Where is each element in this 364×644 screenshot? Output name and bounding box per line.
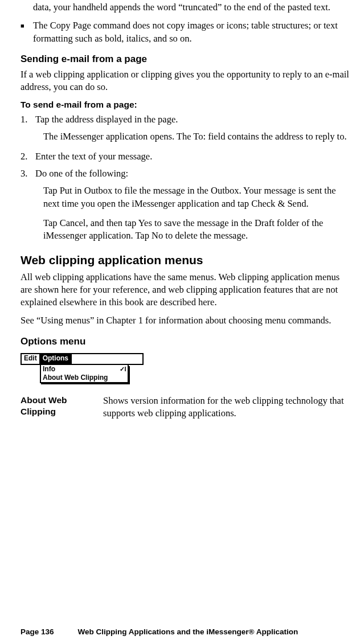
heading-send-steps: To send e-mail from a page: (21, 99, 349, 111)
heading-options-menu: Options menu (21, 335, 349, 348)
definition-description: Shows version information for the web cl… (103, 395, 349, 420)
menus-paragraph-2: See “Using menus” in Chapter 1 for infor… (21, 314, 349, 327)
square-bullet-icon: ■ (21, 19, 33, 32)
send-intro: If a web clipping application or clippin… (21, 68, 349, 94)
step-text: Do one of the following: (35, 167, 349, 180)
menu-bar-filler (72, 354, 142, 364)
page: data, your handheld appends the word “tr… (0, 0, 364, 644)
step-2: 2. Enter the text of your message. (21, 150, 349, 163)
step-1-detail: The iMessenger application opens. The To… (43, 130, 349, 143)
step-number: 1. (21, 113, 35, 126)
step-3-option-a: Tap Put in Outbox to file the message in… (43, 184, 349, 210)
menus-paragraph-1: All web clipping applications have the s… (21, 271, 349, 309)
bullet-text: The Copy Page command does not copy imag… (33, 19, 349, 45)
step-text: Enter the text of your message. (35, 150, 349, 163)
page-footer: Page 136 Web Clipping Applications and t… (0, 627, 364, 637)
menu-item-about-web-clipping[interactable]: About Web Clipping (41, 374, 128, 382)
menu-bar: Edit Options (21, 353, 144, 365)
menu-item-shortcut: ✓I (120, 365, 126, 374)
step-number: 3. (21, 167, 35, 180)
step-number: 2. (21, 150, 35, 163)
heading-web-clipping-menus: Web clipping application menus (21, 252, 349, 268)
step-3: 3. Do one of the following: (21, 167, 349, 180)
menu-popup: Info ✓I About Web Clipping (40, 365, 129, 383)
heading-sending-email: Sending e-mail from a page (21, 53, 349, 66)
bullet-item: ■ The Copy Page command does not copy im… (21, 19, 349, 45)
definition-row: About Web Clipping Shows version informa… (21, 395, 349, 420)
menu-item-label: About Web Clipping (43, 374, 108, 382)
footer-chapter-title: Web Clipping Applications and the iMesse… (78, 627, 349, 637)
menu-screenshot: Edit Options Info ✓I About Web Clipping (21, 353, 144, 383)
menu-item-info[interactable]: Info ✓I (41, 365, 128, 374)
menu-tab-options[interactable]: Options (40, 354, 72, 364)
menu-item-label: Info (43, 365, 55, 374)
footer-page-number: Page 136 (21, 627, 54, 637)
continued-paragraph: data, your handheld appends the word “tr… (33, 1, 349, 14)
definition-term: About Web Clipping (21, 395, 103, 417)
step-1: 1. Tap the address displayed in the page… (21, 113, 349, 126)
menu-tab-edit[interactable]: Edit (22, 354, 40, 364)
page-content: data, your handheld appends the word “tr… (21, 0, 349, 420)
step-3-option-b: Tap Cancel, and then tap Yes to save the… (43, 217, 349, 243)
step-text: Tap the address displayed in the page. (35, 113, 349, 126)
